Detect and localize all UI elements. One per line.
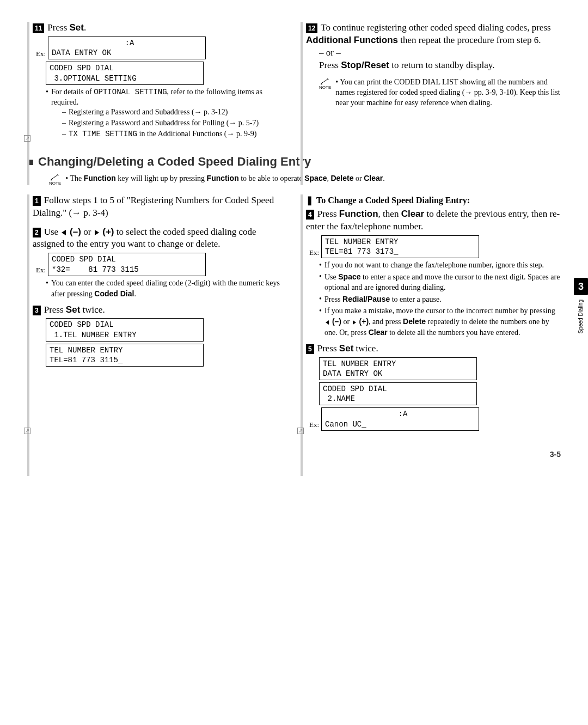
bullet-list: For details of OPTIONAL SETTING, refer t… (46, 87, 287, 139)
plus-key: (+) (357, 317, 369, 326)
step-number-5: 5 (306, 344, 314, 354)
lcd-line: CODED SPD DIAL (52, 255, 116, 264)
text: Press (319, 60, 341, 70)
text: or (341, 318, 352, 326)
subsection-heading: ❚To Change a Coded Speed Dialing Entry: (306, 194, 561, 206)
lcd-example: Ex: :A DATA ENTRY OK (36, 36, 287, 59)
step-12-alt: Press Stop/Reset to return to standby di… (319, 59, 561, 72)
lcd-example: Ex: CODED SPD DIAL *32= 81 773 3115 (36, 253, 287, 276)
lcd-line: TEL=81 773 3173_ (325, 247, 398, 256)
lcd-example: Ex: TEL NUMBER ENTRY TEL=81 773 3173_ (309, 235, 561, 258)
space-key: Space (304, 174, 327, 182)
lcd-line: TEL NUMBER ENTRY (325, 237, 398, 246)
lcd-line: CODED SPD DIAL (50, 320, 114, 329)
text: to enter a pause. (390, 295, 441, 303)
note-icon-col: NOTE (49, 173, 61, 187)
coded-dial-key: Coded Dial (94, 289, 134, 298)
continue-arrow-icon: ↗ (24, 135, 30, 142)
step-number-2: 2 (33, 228, 41, 237)
text: or (354, 174, 364, 182)
chapter-tab: 3 Speed Dialing (574, 278, 588, 334)
dash-list: Registering a Password and Subaddress (→… (62, 107, 287, 139)
text: Use (44, 227, 61, 237)
continue-arrow-icon: ↗ (24, 428, 30, 434)
lcd-line: DATA ENTRY OK (52, 48, 111, 57)
step-4: 4Press Function, then Clear to delete th… (306, 208, 561, 233)
text: . (383, 174, 385, 182)
lcd-display: TEL NUMBER ENTRY TEL=81 773 3173_ (321, 235, 479, 258)
lcd-display: :A DATA ENTRY OK (48, 36, 206, 59)
text: then repeat the procedure from step 6. (398, 35, 541, 45)
lcd-display: TEL NUMBER ENTRY DATA ENTRY OK (319, 357, 477, 380)
plus-key: (+) (100, 227, 114, 237)
or-text: – or – (319, 47, 561, 59)
text: To continue registering other coded spee… (321, 22, 550, 33)
lcd-display: CODED SPD DIAL *32= 81 773 3115 (48, 253, 206, 276)
text: If you make a mistake, move the cursor t… (324, 307, 555, 315)
note-icon (321, 77, 329, 85)
step-number-3: 3 (33, 306, 41, 315)
lcd-line: CODED SPD DIAL (323, 385, 387, 393)
bullet-item: You can enter the coded speed dialing co… (46, 278, 287, 300)
note-label: NOTE (49, 181, 61, 187)
note-label: NOTE (319, 85, 331, 91)
text: You can enter the coded speed dialing co… (51, 279, 280, 298)
bullet-item: If you do not want to change the fax/tel… (319, 260, 561, 271)
additional-functions-key: Additional Functions (306, 35, 398, 45)
space-key: Space (338, 272, 360, 281)
text: to be able to operate (239, 174, 305, 182)
delete-key: Delete (403, 317, 426, 326)
lcd-line: TEL=81 773 3115_ (50, 356, 122, 364)
dash-item: TX TIME SETTING in the Additional Functi… (62, 129, 287, 139)
clear-key: Clear (401, 209, 425, 219)
note-icon-col: NOTE (319, 77, 331, 91)
lcd-line: *32= 81 773 3115 (52, 265, 139, 274)
left-arrow-icon (324, 320, 330, 325)
lcd-line: DATA ENTRY OK (323, 369, 382, 378)
lcd-line: TEL NUMBER ENTRY (323, 360, 396, 368)
text: to return to standby display. (389, 60, 494, 70)
bullet-list: If you do not want to change the fax/tel… (319, 260, 561, 338)
ex-label: Ex: (309, 248, 319, 258)
text: or (81, 227, 94, 237)
lcd-line: 2.NAME (323, 394, 355, 403)
redial-pause-key: Redial/Pause (342, 295, 390, 303)
lcd-line: TEL NUMBER ENTRY (50, 346, 122, 355)
step-12-text: 12To continue registering other coded sp… (306, 22, 561, 47)
set-key: Set (70, 22, 84, 33)
step-number-4: 4 (306, 210, 314, 220)
text: to delete all the numbers you have enter… (388, 328, 520, 337)
right-arrow-icon (352, 320, 357, 325)
set-key: Set (339, 343, 353, 354)
right-arrow-icon (94, 229, 100, 236)
bullet-item: Use Space to enter a space and move the … (319, 272, 561, 293)
text: The (70, 174, 83, 182)
chapter-label: Speed Dialing (577, 300, 585, 333)
left-arrow-icon (60, 229, 67, 236)
text: . (84, 22, 86, 33)
step-number-11: 11 (33, 23, 44, 33)
text: Follow steps 1 to 5 of "Registering Numb… (33, 195, 274, 218)
dash-item: Registering a Password and Subaddress fo… (62, 118, 287, 129)
bullet-item: Press Redial/Pause to enter a pause. (319, 294, 561, 305)
function-key: Function (84, 174, 116, 182)
section-bar (27, 22, 29, 185)
bullet-item: For details of OPTIONAL SETTING, refer t… (46, 87, 287, 139)
lcd-example: Ex: :A Canon UC_ (309, 407, 561, 430)
text: Press (324, 295, 342, 303)
text: , then (378, 209, 401, 219)
lcd-display: CODED SPD DIAL 2.NAME (319, 382, 477, 405)
note-block: NOTE • You can print the CODED DIAL LIST… (319, 77, 561, 108)
text: . (134, 290, 136, 298)
text: key will light up by pressing (116, 174, 207, 182)
note-text: • You can print the CODED DIAL LIST show… (335, 77, 561, 108)
chapter-number: 3 (574, 278, 588, 295)
intro-note: NOTE • The Function key will light up by… (49, 173, 561, 187)
lcd-line: 3.OPTIONAL SETTING (50, 74, 137, 83)
set-key: Set (66, 304, 80, 315)
lcd-line: 1.TEL NUMBER ENTRY (50, 331, 137, 339)
section-heading: ■Changing/Deleting a Coded Speed Dialing… (27, 154, 561, 170)
lcd-display: CODED SPD DIAL 3.OPTIONAL SETTING (46, 62, 204, 84)
note-icon (51, 173, 59, 181)
lcd-line: :A (325, 410, 407, 418)
